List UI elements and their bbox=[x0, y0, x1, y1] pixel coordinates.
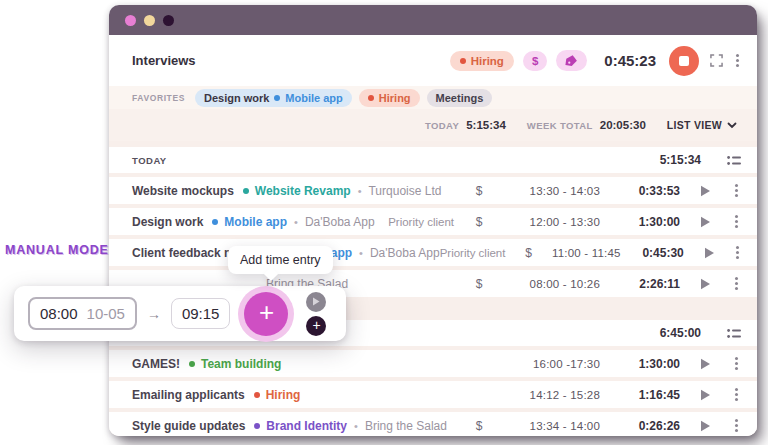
time-range: 12:00 - 13:30 bbox=[500, 216, 600, 228]
traffic-light-zoom-button[interactable] bbox=[163, 15, 174, 26]
list-view-label: LIST VIEW bbox=[667, 119, 722, 131]
favorite-chip[interactable]: Design workMobile app bbox=[195, 89, 352, 107]
project-name: Brand Identity bbox=[266, 419, 347, 433]
entry-duration: 2:26:11 bbox=[618, 277, 680, 291]
tag-dot bbox=[460, 58, 466, 64]
entry-duration: 0:45:30 bbox=[639, 246, 684, 260]
arrow-right-icon: → bbox=[147, 306, 161, 322]
stop-timer-button[interactable] bbox=[669, 46, 699, 76]
entry-name: GAMES! bbox=[132, 357, 180, 371]
client-name: Da'Boba App bbox=[305, 215, 375, 229]
week-total-value: 20:05:30 bbox=[600, 119, 646, 131]
end-time-input[interactable]: 09:15 bbox=[171, 298, 231, 329]
time-range: 14:12 - 15:28 bbox=[500, 389, 600, 401]
fullscreen-icon bbox=[710, 54, 723, 67]
tags-button[interactable] bbox=[556, 50, 587, 71]
mode-switcher: + bbox=[306, 292, 326, 336]
entry-menu-button[interactable] bbox=[729, 189, 743, 192]
time-entry-row[interactable]: Style guide updatesBrand Identity•Bring … bbox=[109, 412, 757, 436]
project-name: Website Revamp bbox=[255, 184, 351, 198]
continue-entry-button[interactable] bbox=[700, 278, 711, 290]
time-entry-row[interactable]: Design workMobile app•Da'Boba AppPriorit… bbox=[109, 208, 757, 235]
favorite-chip-label: Hiring bbox=[379, 92, 411, 104]
favorite-chip[interactable]: Hiring bbox=[359, 89, 420, 107]
entry-menu-button[interactable] bbox=[729, 424, 743, 427]
chevron-down-icon bbox=[727, 122, 737, 129]
billable-icon[interactable]: $ bbox=[472, 419, 486, 433]
project-dot bbox=[254, 392, 260, 398]
project-dot bbox=[212, 219, 218, 225]
time-entry-row[interactable]: Website mockupsWebsite Revamp•Turquoise … bbox=[109, 177, 757, 204]
client-name: Turquoise Ltd bbox=[368, 184, 441, 198]
list-view-dropdown[interactable]: LIST VIEW bbox=[667, 119, 737, 131]
section-total: 6:45:00 bbox=[660, 326, 701, 340]
entry-menu-button[interactable] bbox=[729, 220, 743, 223]
favorites-label: FAVORITES bbox=[132, 93, 185, 103]
continue-entry-button[interactable] bbox=[704, 247, 715, 259]
project-name: Mobile app bbox=[224, 215, 287, 229]
favorite-chip[interactable]: Meetings bbox=[427, 89, 493, 107]
add-time-entry-button[interactable]: + bbox=[244, 292, 288, 336]
section-list-icon-button[interactable] bbox=[727, 328, 741, 339]
app-window: Interviews Hiring $ 0:45:23 FAVORITES bbox=[109, 5, 757, 436]
hiring-tag-label: Hiring bbox=[471, 55, 504, 67]
entry-menu-button[interactable] bbox=[729, 362, 743, 365]
hiring-tag-chip[interactable]: Hiring bbox=[450, 51, 514, 71]
tooltip-text: Add time entry bbox=[240, 253, 321, 267]
timer-mode-button[interactable] bbox=[306, 292, 326, 312]
continue-entry-button[interactable] bbox=[700, 358, 711, 370]
project-dot bbox=[368, 95, 374, 101]
continue-entry-button[interactable] bbox=[700, 389, 711, 401]
window-titlebar bbox=[109, 5, 757, 35]
entry-duration: 1:30:00 bbox=[618, 215, 680, 229]
entry-menu-button[interactable] bbox=[729, 282, 743, 285]
add-time-entry-tooltip: Add time entry bbox=[228, 246, 333, 274]
manual-mode-label: MANUAL MODE bbox=[5, 243, 109, 257]
priority-tag: Priority client bbox=[388, 216, 454, 228]
billable-icon[interactable]: $ bbox=[472, 277, 486, 291]
start-time-value: 08:00 bbox=[40, 305, 78, 322]
continue-entry-button[interactable] bbox=[700, 216, 711, 228]
entry-duration: 0:26:26 bbox=[618, 419, 680, 433]
running-timer-value: 0:45:23 bbox=[604, 52, 656, 69]
start-date-value: 10-05 bbox=[87, 305, 125, 322]
project-name: Hiring bbox=[266, 388, 301, 402]
play-icon bbox=[700, 389, 711, 401]
client-name: Da'Boba App bbox=[370, 246, 440, 260]
traffic-light-close-button[interactable] bbox=[125, 15, 136, 26]
play-icon bbox=[700, 216, 711, 228]
kebab-icon bbox=[735, 282, 738, 285]
current-entry-title[interactable]: Interviews bbox=[132, 53, 196, 68]
billable-icon[interactable]: $ bbox=[472, 215, 486, 229]
time-range: 11:00 - 11:45 bbox=[548, 247, 621, 259]
kebab-icon bbox=[735, 220, 738, 223]
fullscreen-button[interactable] bbox=[708, 52, 725, 69]
entry-menu-button[interactable] bbox=[729, 393, 743, 396]
screen: MANUAL MODE Interviews Hiring $ 0:45:23 bbox=[0, 0, 768, 445]
time-entry-row[interactable]: Emailing applicantsHiring14:12 - 15:281:… bbox=[109, 381, 757, 408]
time-entry-row[interactable]: GAMES!Team building16:00 -17:301:30:00 bbox=[109, 350, 757, 377]
header-menu-button[interactable] bbox=[734, 57, 741, 64]
kebab-icon bbox=[735, 362, 738, 365]
start-time-input[interactable]: 08:00 10-05 bbox=[28, 297, 137, 330]
billable-icon[interactable]: $ bbox=[523, 246, 533, 260]
time-range: 16:00 -17:30 bbox=[500, 358, 600, 370]
traffic-light-minimize-button[interactable] bbox=[144, 15, 155, 26]
billable-icon[interactable]: $ bbox=[472, 184, 486, 198]
entry-name: Website mockups bbox=[132, 184, 234, 198]
time-entry-row[interactable]: Client feedback meetingMobile app•Da'Bob… bbox=[109, 239, 757, 266]
play-icon bbox=[704, 247, 715, 259]
continue-entry-button[interactable] bbox=[700, 420, 711, 432]
favorite-chip-project: Mobile app bbox=[285, 92, 342, 104]
separator-dot: • bbox=[294, 216, 298, 228]
kebab-icon bbox=[735, 393, 738, 396]
kebab-icon bbox=[735, 189, 738, 192]
section-list-icon-button[interactable] bbox=[727, 155, 741, 166]
time-range: 08:00 - 10:26 bbox=[500, 278, 600, 290]
billable-toggle[interactable]: $ bbox=[523, 51, 547, 71]
continue-entry-button[interactable] bbox=[700, 185, 711, 197]
manual-mode-button[interactable]: + bbox=[306, 316, 326, 336]
favorite-chip-label: Meetings bbox=[436, 92, 484, 104]
today-total-label: TODAY bbox=[425, 120, 459, 131]
entry-menu-button[interactable] bbox=[733, 251, 743, 254]
